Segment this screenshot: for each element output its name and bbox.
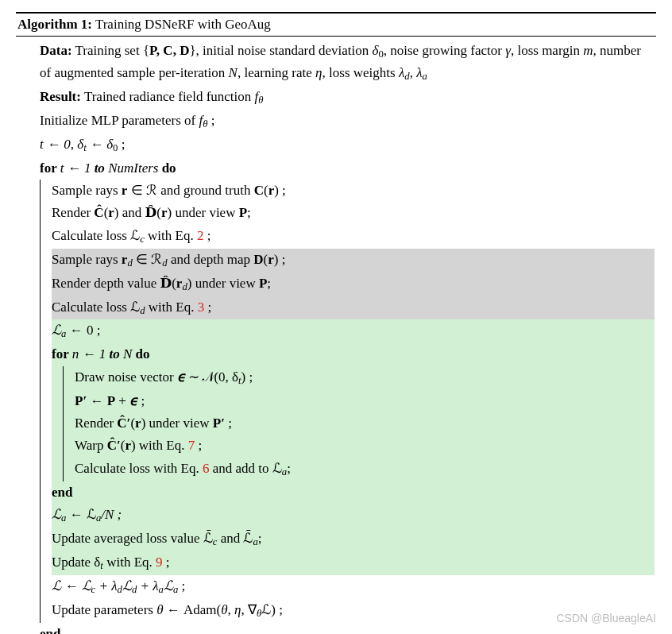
eq-ref-9[interactable]: 9	[156, 555, 163, 570]
t: with Eq.	[103, 555, 156, 570]
init-line: Initialize MLP parameters of fθ ;	[17, 110, 655, 133]
t: Render depth value	[52, 276, 160, 291]
t: Trained radiance field function	[81, 89, 255, 104]
t: Ĉ′	[117, 416, 130, 431]
t: ;	[118, 137, 125, 152]
t: ,	[228, 602, 235, 617]
t: Calculate loss with Eq.	[75, 461, 203, 476]
t: ;	[137, 393, 145, 408]
data-label: Data:	[40, 43, 72, 58]
sample-rays-line: Sample rays r ∈ ℛ and ground truth C(r) …	[52, 180, 655, 202]
t: γ	[505, 43, 511, 58]
t: Update parameters	[52, 602, 156, 617]
t: P	[239, 205, 247, 220]
inner-block: Draw noise vector ϵ ∼ 𝒩(0, δt) ; P′ ← P …	[52, 366, 655, 481]
t: ← 0 ;	[66, 323, 100, 338]
t: ;	[207, 113, 214, 128]
render-chat-line: Render Ĉ(r) and D̂(r) under view P;	[52, 202, 655, 224]
t: for	[52, 346, 72, 361]
for-inner: for n ← 1 to N do	[52, 343, 655, 365]
result-label: Result:	[40, 89, 81, 104]
eq-ref-3[interactable]: 3	[198, 300, 205, 315]
t: θ	[258, 95, 263, 106]
t: /N ;	[101, 507, 122, 522]
t: ϵ	[129, 393, 137, 408]
t: r	[108, 205, 114, 220]
t: NumIters	[108, 160, 158, 176]
t: ∈ ℛ	[133, 252, 163, 267]
result-line: Result: Trained radiance field function …	[17, 86, 655, 110]
t: ℒ	[164, 578, 173, 593]
t: ← δ	[87, 137, 113, 152]
t: η	[234, 602, 241, 617]
draw-noise-line: Draw noise vector ϵ ∼ 𝒩(0, δt) ;	[75, 366, 655, 390]
t: ;	[178, 578, 185, 593]
t: +	[115, 393, 129, 408]
algorithm-box: Algorithm 1: Training DSNeRF with GeoAug…	[16, 12, 656, 634]
t: }, initial noise standard deviation	[189, 43, 372, 58]
t: ;	[287, 461, 291, 476]
t: Ĉ′	[107, 438, 121, 453]
t: + λ	[95, 578, 117, 593]
t: + λ	[137, 578, 158, 593]
t: n ← 1	[72, 346, 106, 361]
t: Update averaged loss value ℒ̄	[52, 531, 213, 546]
t: ) ;	[274, 252, 286, 267]
t: ←	[87, 393, 107, 408]
t: Draw noise vector	[75, 369, 177, 385]
algorithm-title: Algorithm 1: Training DSNeRF with GeoAug	[16, 14, 656, 37]
t: P, C, D	[149, 43, 189, 58]
update-avg-line: Update averaged loss value ℒ̄c and ℒ̄a;	[52, 528, 655, 551]
block-content: Draw noise vector ϵ ∼ 𝒩(0, δt) ; P′ ← P …	[64, 366, 655, 481]
la-avg-line: ℒa ← ℒa/N ;	[52, 504, 655, 528]
t: and add to ℒ	[210, 461, 282, 476]
t: end	[40, 626, 60, 634]
t: ) ;	[274, 183, 286, 198]
t: to	[106, 346, 123, 361]
update-delta-line: Update δt with Eq. 9 ;	[52, 551, 655, 575]
t: Training set {	[72, 43, 149, 58]
t: do	[132, 346, 149, 361]
eq-ref-6[interactable]: 6	[203, 461, 210, 476]
t: Initialize MLP parameters of	[40, 113, 199, 128]
t: Sample rays	[52, 183, 122, 198]
t: Update δ	[52, 555, 100, 570]
pprime-line: P′ ← P + ϵ ;	[75, 390, 655, 412]
title-rest: Training DSNeRF with GeoAug	[92, 17, 271, 32]
t: D̂	[145, 205, 157, 220]
t: ℒ) ;	[261, 602, 283, 617]
t: ℒ	[122, 578, 132, 593]
t: λ	[416, 65, 422, 80]
t: ) under view	[187, 276, 259, 291]
watermark: CSDN @BlueagleAI	[557, 612, 657, 624]
t: ;	[258, 531, 262, 546]
t: ← Adam(	[164, 602, 222, 617]
t: m	[583, 43, 593, 58]
t: θ	[221, 602, 227, 617]
eq-ref-7[interactable]: 7	[188, 438, 195, 453]
t: ;	[195, 438, 202, 453]
t: P′	[75, 393, 87, 408]
t: r	[268, 252, 274, 267]
t: Calculate loss ℒ	[52, 300, 140, 315]
t: ) ;	[241, 369, 253, 385]
sample-rd-line: Sample rays rd ∈ ℛd and depth map D(r) ;	[52, 249, 655, 273]
title-prefix: Algorithm 1:	[17, 17, 92, 32]
t: ℒ	[52, 507, 61, 522]
t: d	[404, 71, 409, 82]
calc-ld-line: Calculate loss ℒd with Eq. 3 ;	[52, 296, 655, 320]
t: a	[423, 71, 427, 82]
t: r	[135, 416, 141, 431]
t: do	[158, 160, 176, 176]
t: ) under view	[141, 416, 213, 431]
t: , ∇	[241, 602, 257, 617]
t0-line: t ← 0, δt ← δ0 ;	[17, 133, 655, 157]
t: r	[161, 205, 168, 220]
t: and ℒ̄	[217, 531, 253, 546]
t: P	[259, 276, 267, 291]
t: ;	[203, 228, 210, 243]
t: and depth map	[168, 252, 254, 267]
t: , noise growing factor	[384, 43, 505, 58]
t: θ	[156, 602, 163, 617]
t: , learning rate	[238, 65, 315, 80]
